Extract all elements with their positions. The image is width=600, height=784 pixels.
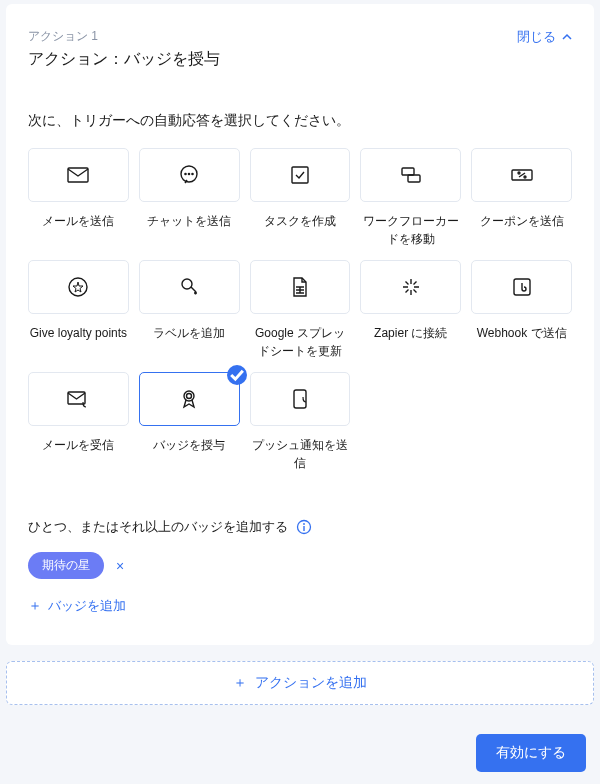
- add-badge-button[interactable]: ＋ バッジを追加: [28, 597, 572, 615]
- option-label: Webhook で送信: [477, 324, 567, 342]
- section-title: 次に、トリガーへの自動応答を選択してください。: [28, 112, 572, 130]
- action-number: アクション 1: [28, 28, 220, 45]
- option-loyalty-points[interactable]: Give loyalty points: [28, 260, 129, 360]
- svg-point-11: [69, 278, 87, 296]
- svg-point-10: [524, 176, 526, 178]
- svg-point-19: [303, 523, 305, 525]
- header-left: アクション 1 アクション：バッジを授与: [28, 28, 220, 70]
- svg-rect-0: [68, 168, 88, 182]
- zapier-icon: [399, 275, 423, 299]
- action-options-grid: メールを送信 チャットを送信 タスクを作成 ワークフローカードを移動 クーポンを: [28, 148, 572, 472]
- option-add-label[interactable]: ラベルを追加: [139, 260, 240, 360]
- svg-point-12: [182, 279, 192, 289]
- add-action-label: アクションを追加: [255, 674, 367, 692]
- label-icon: [177, 275, 201, 299]
- svg-rect-17: [294, 390, 306, 408]
- loyalty-icon: [66, 275, 90, 299]
- chat-icon: [177, 163, 201, 187]
- option-label: バッジを授与: [153, 436, 225, 454]
- svg-point-16: [187, 394, 192, 399]
- svg-point-15: [184, 391, 194, 401]
- option-label: ラベルを追加: [153, 324, 225, 342]
- badge-icon: [177, 387, 201, 411]
- selected-check-icon: [227, 365, 247, 385]
- svg-point-4: [192, 173, 193, 174]
- chevron-up-icon: [562, 32, 572, 42]
- option-label: プッシュ通知を送信: [250, 436, 350, 472]
- add-action-button[interactable]: ＋ アクションを追加: [6, 661, 594, 705]
- svg-rect-7: [408, 175, 420, 182]
- badge-section: ひとつ、またはそれ以上のバッジを追加する 期待の星 × ＋ バッジを追加: [28, 518, 572, 615]
- close-label: 閉じる: [517, 28, 556, 46]
- option-grant-badge[interactable]: バッジを授与: [139, 372, 240, 472]
- option-send-coupon[interactable]: クーポンを送信: [471, 148, 572, 248]
- coupon-icon: [510, 163, 534, 187]
- enable-button[interactable]: 有効にする: [476, 734, 586, 772]
- remove-chip-button[interactable]: ×: [112, 558, 128, 574]
- close-button[interactable]: 閉じる: [517, 28, 572, 46]
- svg-rect-6: [402, 168, 414, 175]
- option-move-workflow-card[interactable]: ワークフローカードを移動: [360, 148, 461, 248]
- push-icon: [288, 387, 312, 411]
- workflow-icon: [399, 163, 423, 187]
- svg-point-3: [189, 173, 190, 174]
- option-create-task[interactable]: タスクを作成: [250, 148, 351, 248]
- badge-chips: 期待の星 ×: [28, 552, 572, 579]
- action-card: アクション 1 アクション：バッジを授与 閉じる 次に、トリガーへの自動応答を選…: [6, 4, 594, 645]
- svg-rect-20: [303, 526, 304, 531]
- option-label: クーポンを送信: [480, 212, 564, 230]
- mail-receive-icon: [66, 387, 90, 411]
- mail-icon: [66, 163, 90, 187]
- option-label: ワークフローカードを移動: [361, 212, 461, 248]
- option-zapier[interactable]: Zapier に接続: [360, 260, 461, 360]
- option-google-sheets[interactable]: Google スプレッドシートを更新: [250, 260, 351, 360]
- svg-point-2: [185, 173, 186, 174]
- footer: 有効にする: [476, 734, 586, 772]
- badge-section-title: ひとつ、またはそれ以上のバッジを追加する: [28, 518, 288, 536]
- webhook-icon: [510, 275, 534, 299]
- option-push-notification[interactable]: プッシュ通知を送信: [250, 372, 351, 472]
- action-title: アクション：バッジを授与: [28, 49, 220, 70]
- option-label: タスクを作成: [264, 212, 336, 230]
- option-label: Give loyalty points: [30, 324, 127, 342]
- option-send-email[interactable]: メールを送信: [28, 148, 129, 248]
- option-label: Google スプレッドシートを更新: [250, 324, 350, 360]
- plus-icon: ＋: [233, 674, 247, 692]
- plus-icon: ＋: [28, 597, 42, 615]
- option-label: メールを送信: [42, 212, 114, 230]
- option-send-chat[interactable]: チャットを送信: [139, 148, 240, 248]
- svg-rect-5: [292, 167, 308, 183]
- option-label: Zapier に接続: [374, 324, 447, 342]
- task-icon: [288, 163, 312, 187]
- option-receive-email[interactable]: メールを受信: [28, 372, 129, 472]
- svg-point-9: [518, 172, 520, 174]
- card-header: アクション 1 アクション：バッジを授与 閉じる: [28, 28, 572, 70]
- spreadsheet-icon: [288, 275, 312, 299]
- add-badge-label: バッジを追加: [48, 597, 126, 615]
- option-webhook[interactable]: Webhook で送信: [471, 260, 572, 360]
- badge-chip[interactable]: 期待の星: [28, 552, 104, 579]
- info-icon[interactable]: [296, 519, 312, 535]
- option-label: メールを受信: [42, 436, 114, 454]
- option-label: チャットを送信: [147, 212, 231, 230]
